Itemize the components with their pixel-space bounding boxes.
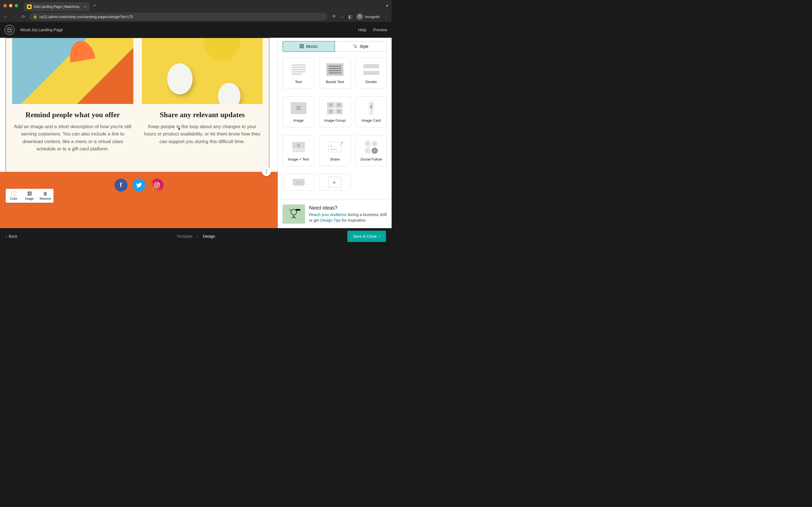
block-image[interactable]: 🖼 Image xyxy=(283,96,314,127)
preview-link[interactable]: Preview xyxy=(373,27,387,32)
block-image-text-label: Image + Text xyxy=(288,157,309,161)
breadcrumb-design[interactable]: Design xyxy=(203,234,215,238)
trash-icon: 🗑 xyxy=(43,191,48,196)
block-image-group-label: Image Group xyxy=(324,118,346,122)
address-bar[interactable]: 🔒 us21.admin.mailchimp.com/landing-pages… xyxy=(30,13,327,20)
grid-icon xyxy=(300,44,304,49)
facebook-icon[interactable]: f xyxy=(114,179,128,191)
reload-button[interactable]: ⟳ xyxy=(21,14,25,19)
svg-rect-13 xyxy=(300,47,301,48)
column-right-heading[interactable]: Share any relevant updates xyxy=(142,111,263,119)
color-label: Color xyxy=(10,197,17,200)
svg-rect-12 xyxy=(303,46,304,47)
tab-style[interactable]: Style xyxy=(335,41,387,52)
menu-dots-icon[interactable]: ⋮ xyxy=(384,14,388,19)
block-image-card[interactable]: 🖼 Image Card xyxy=(355,96,387,127)
close-window-button[interactable] xyxy=(3,4,7,7)
block-divider[interactable]: Divider xyxy=(355,57,387,89)
svg-point-16 xyxy=(291,209,297,215)
tab-blocks[interactable]: Blocks xyxy=(283,41,335,52)
incognito-icon xyxy=(356,13,363,20)
new-tab-button[interactable]: + xyxy=(93,3,96,9)
url-text: us21.admin.mailchimp.com/landing-pages/d… xyxy=(40,15,133,19)
design-tips-link[interactable]: Design Tips xyxy=(320,218,341,223)
ideas-panel: Need ideas? Reach your Audience during a… xyxy=(278,200,392,228)
back-button[interactable]: ‹ Back xyxy=(6,234,17,238)
scroll-handle[interactable]: ▲▼ xyxy=(262,167,271,176)
bookmark-star-icon[interactable]: ☆ xyxy=(340,14,344,19)
right-panel: Blocks Style Text Boxed Text Divider xyxy=(278,38,392,228)
canvas-area[interactable]: Remind people what you offer Add an imag… xyxy=(0,38,278,228)
back-button[interactable]: ← xyxy=(3,14,8,19)
block-image-text[interactable]: 🖼 Image + Text xyxy=(283,135,314,166)
help-link[interactable]: Help xyxy=(358,27,366,32)
twitter-icon[interactable] xyxy=(133,179,146,191)
save-close-label: Save & Close xyxy=(353,234,377,238)
column-left-body[interactable]: Add an image and a short description of … xyxy=(12,123,133,153)
instagram-icon[interactable] xyxy=(151,179,163,191)
browser-titlebar: Edit Landing Page | Mailchimp × + ▾ xyxy=(0,0,392,11)
image-label: Image xyxy=(25,197,34,200)
block-boxed-text[interactable]: Boxed Text xyxy=(319,57,351,89)
block-button-partial[interactable]: ▭ xyxy=(283,174,314,191)
eye-off-icon[interactable]: 👁 xyxy=(332,14,336,19)
reach-audience-link[interactable]: Reach your Audience xyxy=(309,212,347,217)
page-title: Mood Joy Landing Page xyxy=(20,27,63,32)
blocks-grid: Text Boxed Text Divider 🖼 Image 🖼🖼🖼🖼 Ima… xyxy=(278,52,392,200)
browser-tab[interactable]: Edit Landing Page | Mailchimp × xyxy=(24,2,90,11)
block-share-label: Share xyxy=(330,157,340,161)
bottom-bar: ‹ Back Template › Design Save & Close › xyxy=(0,228,392,244)
image-button[interactable]: 🖼 Image xyxy=(22,189,38,203)
mailchimp-logo[interactable] xyxy=(4,25,15,35)
svg-rect-9 xyxy=(303,44,304,45)
minimize-window-button[interactable] xyxy=(9,4,12,7)
svg-point-2 xyxy=(8,29,9,30)
svg-rect-10 xyxy=(300,46,301,47)
tab-title: Edit Landing Page | Mailchimp xyxy=(34,5,80,9)
block-video-partial[interactable]: ▶ xyxy=(319,174,351,191)
editor-container: Remind people what you offer Add an imag… xyxy=(0,38,392,228)
block-image-card-label: Image Card xyxy=(362,118,381,122)
chevron-right-icon: › xyxy=(197,234,199,238)
column-left-heading[interactable]: Remind people what you offer xyxy=(12,111,133,119)
block-image-group[interactable]: 🖼🖼🖼🖼 Image Group xyxy=(319,96,351,127)
breadcrumb-template[interactable]: Template xyxy=(176,234,193,238)
column-right-body[interactable]: Keep people in the loop about any change… xyxy=(142,123,263,145)
panel-tabs: Blocks Style xyxy=(278,38,392,52)
remove-button[interactable]: 🗑 Remove xyxy=(38,189,53,203)
back-label: Back xyxy=(9,234,17,238)
column-left-image[interactable] xyxy=(12,38,133,104)
window-controls xyxy=(3,4,18,7)
extensions-icon[interactable]: ◧ xyxy=(348,14,352,19)
chevron-left-icon: ‹ xyxy=(6,234,7,238)
block-social-follow[interactable]: f◎t+ Social Follow xyxy=(355,135,387,166)
maximize-window-button[interactable] xyxy=(15,4,18,7)
svg-point-5 xyxy=(156,184,158,186)
block-image-label: Image xyxy=(293,118,303,122)
svg-rect-14 xyxy=(301,47,303,48)
tab-style-label: Style xyxy=(359,44,368,49)
block-text[interactable]: Text xyxy=(283,57,314,89)
block-divider-label: Divider xyxy=(365,80,377,84)
block-share[interactable]: ↗ Share xyxy=(319,135,351,166)
ideas-title: Need ideas? xyxy=(309,205,387,212)
chevron-right-icon: › xyxy=(379,234,380,238)
incognito-label: Incognito xyxy=(365,15,380,19)
color-button[interactable]: Color xyxy=(6,189,22,203)
svg-point-3 xyxy=(10,29,11,30)
mailchimp-favicon xyxy=(27,4,32,9)
svg-rect-15 xyxy=(303,47,304,48)
block-social-follow-label: Social Follow xyxy=(360,157,382,161)
incognito-indicator[interactable]: Incognito xyxy=(356,13,380,20)
remove-label: Remove xyxy=(40,197,51,200)
column-right-image[interactable] xyxy=(142,38,263,104)
close-tab-button[interactable]: × xyxy=(84,4,86,9)
tab-dropdown-button[interactable]: ▾ xyxy=(386,3,388,8)
block-toolbar: Color 🖼 Image 🗑 Remove xyxy=(6,189,54,203)
svg-rect-17 xyxy=(296,209,300,210)
svg-rect-11 xyxy=(301,46,303,47)
svg-point-6 xyxy=(158,183,159,184)
image-icon: 🖼 xyxy=(28,191,32,196)
forward-button[interactable]: → xyxy=(12,14,17,19)
save-close-button[interactable]: Save & Close › xyxy=(347,231,386,242)
